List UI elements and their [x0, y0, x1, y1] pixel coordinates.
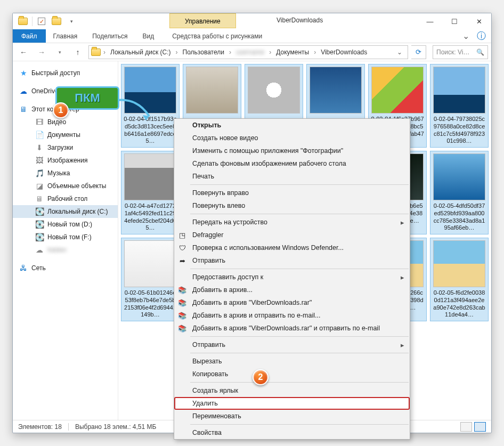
drive-icon: 💽 — [35, 220, 44, 229]
separator — [190, 214, 409, 214]
maximize-button[interactable]: ☐ — [442, 13, 467, 29]
breadcrumb-item-blurred[interactable]: username — [234, 48, 266, 56]
status-item-count: Элементов: 18 — [18, 423, 62, 431]
nav-item[interactable]: 💽Локальный диск (C:) — [13, 205, 118, 218]
ctx-copy[interactable]: Копировать — [174, 368, 410, 380]
nav-item[interactable]: 🖼Изображения — [13, 154, 118, 167]
nav-recent-dropdown[interactable]: ▾ — [52, 45, 67, 59]
ctx-defender[interactable]: 🛡Проверка с использованием Windows Defen… — [174, 241, 410, 254]
nav-back-button[interactable]: ← — [16, 45, 31, 59]
ctx-rar-add-named[interactable]: 📚Добавить в архив "ViberDownloads.rar" — [174, 296, 410, 309]
ribbon-expand-icon[interactable]: ⌄ — [462, 31, 469, 41]
qat-properties-button[interactable]: ✓ — [36, 15, 47, 27]
ctx-open[interactable]: Открыть — [174, 119, 410, 132]
ribbon-right: ⌄ ⓘ — [462, 29, 491, 43]
nav-item[interactable]: ☁hidden — [13, 244, 118, 256]
qat-dropdown[interactable]: ▾ — [66, 15, 77, 27]
separator — [190, 269, 409, 269]
file-name: 0-02-05-4dfd50df37ed529bfd939aa800cc785e… — [433, 202, 486, 232]
annotation-arrow — [116, 97, 153, 123]
nav-item[interactable]: 📄Документы — [13, 128, 118, 141]
ctx-defraggler[interactable]: ◳Defraggler — [174, 229, 410, 241]
defraggler-icon: ◳ — [177, 230, 187, 240]
nav-forward-button[interactable]: → — [34, 45, 49, 59]
drive-icon: 🎵 — [35, 169, 44, 177]
ctx-delete[interactable]: Удалить — [174, 397, 410, 410]
ctx-rotate-right[interactable]: Повернуть вправо — [174, 186, 410, 199]
address-dropdown-icon[interactable]: ⌄ — [394, 48, 405, 56]
help-icon[interactable]: ⓘ — [477, 30, 486, 42]
file-tab[interactable]: Файл — [13, 29, 46, 43]
ctx-rar-email-named[interactable]: 📚Добавить в архив "ViberDownloads.rar" и… — [174, 322, 410, 335]
file-name: 0-02-05-61b01246e53f8eb7b46e7de5b2153f06… — [124, 289, 177, 319]
nav-item[interactable]: ◪Объемные объекты — [13, 180, 118, 192]
nav-item[interactable]: 💽Новый том (F:) — [13, 231, 118, 244]
nav-up-button[interactable]: ↑ — [70, 45, 85, 59]
address-bar[interactable]: › Локальный диск (C:) › Пользователи › u… — [88, 45, 408, 59]
thumbnail-image — [433, 67, 485, 113]
thumbnail-image — [433, 153, 485, 200]
breadcrumb-item[interactable]: Документы — [274, 48, 311, 56]
ctx-share[interactable]: ➦Отправить — [174, 254, 410, 267]
view-thumbnails-button[interactable] — [474, 422, 486, 432]
file-thumbnail[interactable]: 0-02-04-a47cd12721af4c5492fed11c294efede… — [121, 151, 179, 234]
thumbnail-image — [124, 153, 176, 200]
ctx-rar-email[interactable]: 📚Добавить в архив и отправить по e-mail.… — [174, 309, 410, 322]
separator — [190, 184, 409, 185]
ctx-new-video[interactable]: Создать новое видео — [174, 132, 410, 144]
ctx-cast[interactable]: Передать на устройство▸ — [174, 216, 410, 229]
nav-item[interactable]: 🖥Рабочий стол — [13, 192, 118, 205]
tab-view[interactable]: Вид — [135, 29, 161, 43]
tab-picture-tools[interactable]: Средства работы с рисунками — [165, 29, 270, 43]
address-folder-icon — [91, 48, 101, 56]
tab-share[interactable]: Поделиться — [85, 29, 135, 43]
rar-icon: 📚 — [177, 298, 187, 307]
window-controls: — ☐ ✕ — [418, 13, 491, 29]
ctx-rar-add[interactable]: 📚Добавить в архив... — [174, 283, 410, 296]
ctx-print[interactable]: Печать — [174, 170, 410, 183]
drive-icon: 💽 — [35, 207, 44, 216]
pc-icon: 🖥 — [19, 105, 28, 113]
nav-network[interactable]: 🖧 Сеть — [13, 262, 118, 274]
refresh-button[interactable]: ⟳ — [411, 45, 426, 59]
ctx-grant-access[interactable]: Предоставить доступ к▸ — [174, 271, 410, 283]
file-name: 0-02-05-f6d2fe00380d121a3f494aee2ea90e74… — [433, 289, 486, 319]
nav-item[interactable]: 🎞Видео — [13, 116, 118, 128]
nav-item[interactable]: 💽Новый том (D:) — [13, 218, 118, 231]
minimize-button[interactable]: — — [418, 13, 442, 29]
ctx-rename[interactable]: Переименовать — [174, 410, 410, 423]
separator — [190, 424, 409, 425]
nav-item[interactable]: ⬇Загрузки — [13, 141, 118, 154]
tab-home[interactable]: Главная — [46, 29, 85, 43]
drive-icon: ☁ — [35, 246, 44, 254]
close-button[interactable]: ✕ — [467, 13, 491, 29]
ctx-set-wallpaper[interactable]: Сделать фоновым изображением рабочего ст… — [174, 157, 410, 170]
ctx-cut[interactable]: Вырезать — [174, 355, 410, 368]
breadcrumb-item[interactable]: Локальный диск (C:) — [108, 48, 173, 56]
drive-icon: ⬇ — [35, 143, 44, 152]
ctx-properties[interactable]: Свойства — [174, 426, 410, 439]
ctx-rotate-left[interactable]: Повернуть влево — [174, 199, 410, 212]
annotation-badge-1: 1 — [53, 102, 69, 118]
file-thumbnail[interactable]: 0-02-05-f6d2fe00380d121a3f494aee2ea90e74… — [430, 238, 488, 321]
nav-item[interactable]: 🎵Музыка — [13, 167, 118, 180]
cloud-icon: ☁ — [19, 87, 28, 95]
view-switcher — [460, 422, 486, 432]
title-bar: ✓ ▾ Управление ViberDownloads — ☐ ✕ — [13, 13, 491, 29]
file-thumbnail[interactable]: 0-02-04-79738025c976588a0ce82d8cec81c7c5… — [430, 64, 488, 147]
view-details-button[interactable] — [460, 422, 472, 432]
breadcrumb-item[interactable]: ViberDownloads — [319, 48, 369, 56]
rar-icon: 📚 — [177, 323, 187, 333]
ribbon-tabs: Файл Главная Поделиться Вид Средства раб… — [13, 29, 491, 43]
rar-icon: 📚 — [177, 311, 187, 320]
breadcrumb-item[interactable]: Пользователи — [181, 48, 226, 56]
nav-quick-access[interactable]: ★ Быстрый доступ — [13, 67, 118, 79]
ctx-shortcut[interactable]: Создать ярлык — [174, 384, 410, 397]
file-thumbnail[interactable]: 0-02-05-4dfd50df37ed529bfd939aa800cc785e… — [430, 151, 488, 234]
search-box[interactable]: Поиск: Vi… 🔍 — [433, 45, 488, 59]
address-bar-row: ← → ▾ ↑ › Локальный диск (C:) › Пользова… — [13, 43, 491, 61]
ctx-edit-photos[interactable]: Изменить с помощью приложения "Фотографи… — [174, 144, 410, 157]
file-thumbnail[interactable]: 0-02-05-61b01246e53f8eb7b46e7de5b2153f06… — [121, 238, 179, 321]
qat-new-folder-button[interactable] — [51, 15, 62, 27]
ctx-send-to[interactable]: Отправить▸ — [174, 338, 410, 351]
